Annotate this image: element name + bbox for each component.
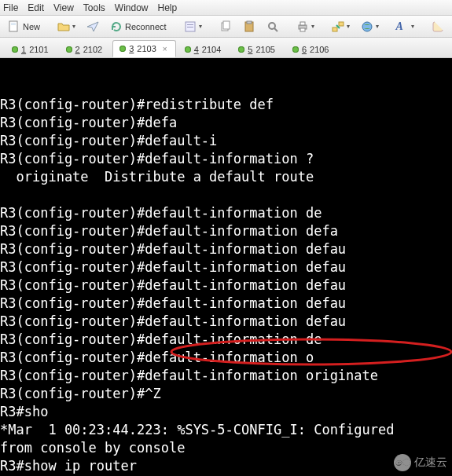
- tab-close-icon[interactable]: ×: [163, 45, 167, 53]
- terminal-output: R3(config-router)#redistribute def R3(co…: [0, 96, 452, 476]
- svg-rect-0: [9, 21, 17, 31]
- svg-rect-15: [333, 27, 337, 31]
- print-icon: [296, 20, 309, 33]
- properties-button[interactable]: ▾: [179, 18, 207, 35]
- status-dot-icon: [119, 46, 126, 52]
- tab-label: 2102: [83, 45, 102, 54]
- font-button[interactable]: A▾: [391, 18, 419, 35]
- globe-icon: [361, 20, 373, 33]
- menu-help[interactable]: Help: [158, 2, 178, 13]
- svg-rect-9: [247, 21, 252, 24]
- svg-rect-1: [11, 23, 16, 24]
- svg-point-10: [269, 23, 275, 29]
- reconnect-button[interactable]: Reconnect: [105, 18, 171, 35]
- copy-icon: [219, 20, 232, 33]
- menubar: File Edit View Tools Window Help: [0, 0, 452, 16]
- chevron-down-icon: ▾: [72, 23, 75, 30]
- new-label: New: [23, 22, 40, 31]
- svg-rect-16: [339, 22, 344, 26]
- tab-label: 2104: [202, 45, 221, 54]
- reconnect-icon: [110, 20, 123, 33]
- tab-2105[interactable]: 5 2105: [231, 41, 284, 57]
- chevron-down-icon: ▾: [199, 23, 202, 30]
- open-button[interactable]: ▾: [53, 18, 80, 35]
- status-dot-icon: [238, 46, 244, 53]
- svg-rect-13: [300, 22, 305, 25]
- tab-index: 6: [302, 45, 307, 54]
- tab-2103[interactable]: 3 2103×: [112, 40, 175, 57]
- copy-button[interactable]: [215, 18, 237, 35]
- print-button[interactable]: ▾: [292, 18, 319, 35]
- chevron-down-icon: ▾: [376, 23, 379, 30]
- paste-button[interactable]: [238, 18, 260, 35]
- watermark-text: 亿速云: [414, 453, 447, 471]
- tab-bar: 1 21012 21023 2103×4 21045 21056 2106: [0, 38, 452, 58]
- tab-2101[interactable]: 1 2101: [5, 41, 57, 57]
- svg-line-11: [274, 28, 277, 31]
- tab-2106[interactable]: 6 2106: [285, 41, 338, 57]
- tab-2102[interactable]: 2 2102: [59, 41, 112, 57]
- menu-tools[interactable]: Tools: [83, 2, 105, 13]
- chevron-down-icon: ▾: [411, 23, 414, 30]
- tab-label: 2103: [137, 44, 156, 53]
- status-dot-icon: [66, 46, 72, 53]
- tab-label: 2101: [29, 45, 48, 54]
- terminal[interactable]: R3(config-router)#redistribute def R3(co…: [0, 58, 452, 476]
- paste-icon: [243, 20, 255, 33]
- search-icon: [266, 20, 279, 33]
- svg-rect-2: [11, 24, 16, 25]
- watermark: ෙ 亿速云: [394, 453, 447, 471]
- font-icon: A: [396, 20, 409, 33]
- menu-edit[interactable]: Edit: [28, 2, 44, 13]
- menu-window[interactable]: Window: [115, 2, 149, 13]
- menu-file[interactable]: File: [3, 2, 18, 13]
- toolbar: New ▾ Reconnect ▾ ▾ ▾ ▾ A▾: [0, 16, 452, 38]
- tab-2104[interactable]: 4 2104: [178, 41, 230, 57]
- paper-plane-icon: [86, 20, 99, 33]
- tab-index: 1: [21, 45, 26, 54]
- reconnect-label: Reconnect: [125, 22, 167, 31]
- svg-rect-4: [187, 24, 193, 25]
- folder-open-icon: [57, 20, 70, 33]
- chevron-down-icon: ▾: [347, 23, 350, 30]
- globe-button[interactable]: ▾: [356, 18, 384, 35]
- new-button[interactable]: New: [3, 18, 45, 35]
- script-button[interactable]: [427, 18, 449, 35]
- tab-index: 5: [248, 45, 252, 54]
- tab-label: 2105: [255, 45, 274, 54]
- transfer-icon: [332, 20, 344, 33]
- tab-index: 4: [194, 45, 199, 54]
- svg-rect-14: [300, 28, 305, 31]
- send-button[interactable]: [82, 18, 104, 35]
- status-dot-icon: [292, 46, 299, 53]
- new-file-icon: [8, 20, 20, 33]
- chevron-down-icon: ▾: [311, 23, 314, 30]
- properties-icon: [184, 20, 197, 33]
- tab-index: 3: [129, 44, 134, 53]
- svg-rect-5: [187, 27, 193, 27]
- tab-index: 2: [75, 45, 80, 54]
- svg-point-17: [362, 22, 372, 31]
- script-icon: [432, 20, 444, 33]
- watermark-icon: ෙ: [394, 454, 411, 471]
- status-dot-icon: [185, 46, 191, 53]
- menu-view[interactable]: View: [53, 2, 74, 13]
- find-button[interactable]: [262, 18, 284, 35]
- status-dot-icon: [12, 46, 18, 53]
- tab-label: 2106: [310, 45, 329, 54]
- transfer-button[interactable]: ▾: [327, 18, 355, 35]
- svg-rect-7: [223, 21, 230, 29]
